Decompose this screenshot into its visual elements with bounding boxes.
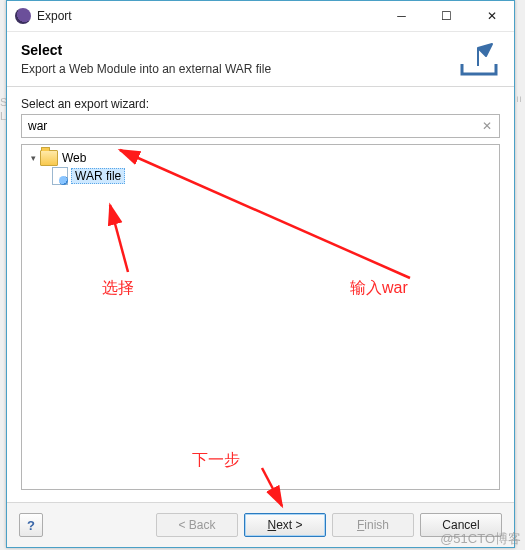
tree-group-web[interactable]: ▾ Web	[26, 149, 495, 167]
wizard-label: Select an export wizard:	[21, 97, 500, 111]
close-button[interactable]: ✕	[469, 1, 514, 31]
tree-item-label: WAR file	[71, 168, 125, 184]
help-button[interactable]: ?	[19, 513, 43, 537]
wizard-search-wrapper: ✕	[21, 114, 500, 138]
tree-item-war-file[interactable]: WAR file	[26, 167, 495, 185]
cancel-button[interactable]: Cancel	[420, 513, 502, 537]
export-icon	[458, 42, 500, 76]
back-button: < Back	[156, 513, 238, 537]
eclipse-icon	[15, 8, 31, 24]
wizard-tree[interactable]: ▾ Web WAR file	[21, 144, 500, 490]
dialog-content: Select an export wizard: ✕ ▾ Web WAR fil…	[7, 87, 514, 502]
wizard-search-input[interactable]	[26, 119, 479, 133]
clear-input-icon[interactable]: ✕	[479, 119, 495, 133]
finish-button: Finish	[332, 513, 414, 537]
titlebar: Export ─ ☐ ✕	[7, 1, 514, 32]
folder-icon	[40, 150, 58, 166]
war-file-icon	[52, 167, 68, 185]
next-button[interactable]: Next >	[244, 513, 326, 537]
dialog-header: Select Export a Web Module into an exter…	[7, 32, 514, 87]
dialog-button-bar: ? < Back Next > Finish Cancel	[7, 502, 514, 547]
export-dialog: Export ─ ☐ ✕ Select Export a Web Module …	[6, 0, 515, 548]
page-description: Export a Web Module into an external WAR…	[21, 62, 448, 76]
tree-expand-icon[interactable]: ▾	[28, 153, 38, 163]
tree-group-label: Web	[62, 151, 86, 165]
maximize-button[interactable]: ☐	[424, 1, 469, 31]
minimize-button[interactable]: ─	[379, 1, 424, 31]
window-title: Export	[37, 9, 379, 23]
page-title: Select	[21, 42, 448, 58]
